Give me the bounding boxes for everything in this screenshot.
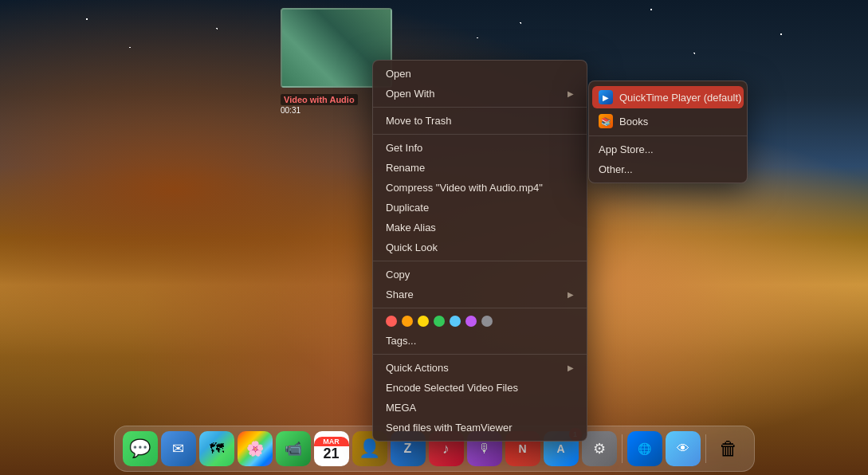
dock-item-facetime[interactable]: 📹 [276, 431, 311, 466]
tag-dot-gray[interactable] [481, 316, 493, 327]
menu-item-make-alias[interactable]: Make Alias [373, 218, 587, 238]
submenu-separator-1 [589, 135, 747, 136]
menu-item-compress[interactable]: Compress "Video with Audio.mp4" [373, 178, 587, 198]
dock-item-calendar[interactable]: MAR 21 [314, 431, 349, 466]
dock-item-preview[interactable]: 👁 [666, 431, 701, 466]
menu-item-duplicate[interactable]: Duplicate [373, 198, 587, 218]
dock-item-messages[interactable]: 💬 [123, 431, 158, 466]
quick-actions-arrow-icon: ▶ [568, 363, 574, 372]
menu-item-open[interactable]: Open [373, 64, 587, 84]
tag-dot-red[interactable] [386, 316, 397, 327]
tag-dot-orange[interactable] [402, 316, 413, 327]
tag-color-dots [373, 312, 587, 331]
menu-item-open-with[interactable]: Open With ▶ ▶ QuickTime Player (default)… [373, 84, 587, 104]
tag-dot-green[interactable] [434, 316, 445, 327]
submenu-item-quicktime[interactable]: ▶ QuickTime Player (default) [592, 86, 744, 108]
submenu-arrow-icon: ▶ [568, 89, 574, 98]
calendar-day: 21 [323, 446, 339, 461]
dock-item-maps[interactable]: 🗺 [199, 431, 234, 466]
menu-item-mega[interactable]: MEGA [373, 398, 587, 418]
open-with-submenu: ▶ QuickTime Player (default) 📚 Books App… [588, 80, 748, 183]
submenu-item-books[interactable]: 📚 Books [589, 110, 747, 132]
dock-item-mail[interactable]: ✉ [161, 431, 196, 466]
tag-dot-purple[interactable] [465, 316, 477, 327]
dock-item-photos[interactable]: 🌸 [238, 431, 273, 466]
context-menu: Open Open With ▶ ▶ QuickTime Player (def… [372, 60, 587, 442]
menu-item-teamviewer[interactable]: Send files with TeamViewer [373, 418, 587, 438]
menu-item-quick-actions[interactable]: Quick Actions ▶ [373, 358, 587, 378]
menu-item-move-to-trash[interactable]: Move to Trash [373, 111, 587, 131]
menu-item-encode-video[interactable]: Encode Selected Video Files [373, 378, 587, 398]
dock-item-claquette[interactable]: 🌐 [627, 431, 662, 466]
menu-item-share[interactable]: Share ▶ [373, 285, 587, 304]
menu-item-get-info[interactable]: Get Info [373, 138, 587, 158]
menu-item-copy[interactable]: Copy [373, 265, 587, 285]
menu-item-rename[interactable]: Rename [373, 158, 587, 178]
menu-item-quick-look[interactable]: Quick Look [373, 238, 587, 257]
books-icon: 📚 [599, 114, 613, 128]
video-duration: 00:31 [281, 106, 300, 115]
dock-item-trash[interactable]: 🗑 [711, 431, 746, 466]
tag-dot-blue[interactable] [450, 316, 461, 327]
dock-separator [622, 434, 623, 463]
video-file-label: Video with Audio [281, 94, 358, 105]
share-arrow-icon: ▶ [568, 290, 574, 299]
menu-sep-2 [373, 134, 587, 135]
menu-sep-4 [373, 308, 587, 308]
menu-sep-1 [373, 107, 587, 108]
submenu-item-other[interactable]: Other... [589, 159, 747, 179]
menu-sep-5 [373, 354, 587, 355]
tag-dot-yellow[interactable] [418, 316, 429, 327]
submenu-item-appstore[interactable]: App Store... [589, 139, 747, 159]
quicktime-icon: ▶ [599, 90, 613, 104]
dock-separator-2 [705, 434, 706, 463]
menu-item-tags[interactable]: Tags... [373, 331, 587, 351]
menu-sep-3 [373, 261, 587, 261]
